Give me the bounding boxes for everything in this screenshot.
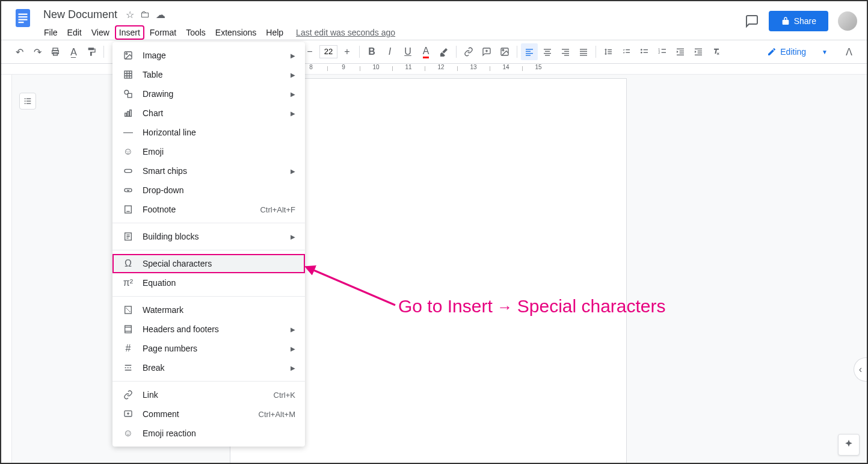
user-avatar[interactable]: [838, 11, 857, 31]
comment-history-icon[interactable]: [745, 14, 759, 28]
menu-file[interactable]: File: [40, 25, 62, 40]
star-icon[interactable]: ☆: [126, 9, 134, 20]
ruler-tick: 14: [490, 64, 522, 70]
cloud-status-icon[interactable]: ☁: [156, 9, 165, 20]
menu-item-drawing[interactable]: Drawing ▶: [112, 84, 305, 104]
svg-rect-3: [19, 19, 28, 20]
omega-icon: Ω: [122, 258, 134, 270]
svg-rect-33: [644, 49, 648, 50]
svg-rect-21: [564, 55, 569, 55]
collapse-toolbar-button[interactable]: ᐱ: [840, 43, 857, 60]
svg-rect-18: [562, 49, 569, 49]
menu-item-watermark[interactable]: Watermark: [112, 300, 305, 320]
menu-item-smart-chips[interactable]: Smart chips ▶: [112, 161, 305, 181]
font-size-increase[interactable]: +: [339, 43, 356, 60]
redo-button[interactable]: ↷: [29, 43, 46, 60]
paint-format-button[interactable]: [83, 43, 100, 60]
underline-button[interactable]: U: [399, 43, 416, 60]
italic-button[interactable]: I: [381, 43, 398, 60]
title-area: New Document ☆ 🗀 ☁ File Edit View Insert…: [40, 6, 745, 41]
font-size-value[interactable]: 22: [319, 45, 337, 58]
align-right-button[interactable]: [557, 43, 574, 60]
menu-insert[interactable]: Insert: [115, 25, 144, 40]
svg-rect-52: [26, 103, 31, 104]
clear-formatting-button[interactable]: [708, 43, 725, 60]
emoji-icon: ☺: [122, 146, 134, 158]
move-icon[interactable]: 🗀: [140, 9, 150, 20]
print-button[interactable]: [47, 43, 64, 60]
last-edit-link[interactable]: Last edit was seconds ago: [296, 28, 395, 37]
highlight-button[interactable]: [436, 43, 452, 60]
explore-button[interactable]: [838, 434, 860, 456]
editing-mode-button[interactable]: Editing ▼: [760, 44, 834, 60]
align-justify-button[interactable]: [575, 43, 592, 60]
document-outline-button[interactable]: [19, 93, 36, 110]
decrease-indent-button[interactable]: [672, 43, 689, 60]
share-button[interactable]: Share: [769, 11, 828, 31]
menu-item-comment[interactable]: Comment Ctrl+Alt+M: [112, 404, 305, 424]
menu-item-emoji[interactable]: ☺ Emoji: [112, 142, 305, 161]
svg-rect-42: [677, 55, 684, 55]
menu-item-headers-footers[interactable]: Headers and footers ▶: [112, 320, 305, 339]
line-spacing-button[interactable]: [600, 43, 617, 60]
menu-item-footnote[interactable]: Footnote Ctrl+Alt+F: [112, 200, 305, 219]
bulleted-list-button[interactable]: [636, 43, 653, 60]
menu-item-horizontal-line[interactable]: ― Horizontal line: [112, 123, 305, 142]
svg-rect-20: [562, 53, 569, 54]
menu-item-image[interactable]: Image ▶: [112, 46, 305, 65]
undo-button[interactable]: ↶: [11, 43, 28, 60]
svg-rect-59: [128, 111, 129, 116]
building-blocks-icon: [122, 230, 134, 243]
numbered-list-button[interactable]: 12: [654, 43, 671, 60]
menu-item-break[interactable]: Break ▶: [112, 358, 305, 377]
svg-rect-49: [25, 101, 26, 101]
align-left-button[interactable]: [521, 43, 538, 60]
menu-item-emoji-reaction[interactable]: ☺ Emoji reaction: [112, 424, 305, 443]
docs-logo[interactable]: [11, 6, 35, 30]
menu-item-page-numbers[interactable]: # Page numbers ▶: [112, 339, 305, 358]
vertical-ruler[interactable]: [1, 75, 12, 463]
menu-view[interactable]: View: [87, 25, 114, 40]
document-title[interactable]: New Document: [40, 7, 121, 22]
insert-image-button[interactable]: [496, 43, 513, 60]
menu-item-chart[interactable]: Chart ▶: [112, 104, 305, 123]
menu-extensions[interactable]: Extensions: [211, 25, 260, 40]
insert-link-button[interactable]: [460, 43, 477, 60]
headers-footers-icon: [122, 323, 134, 335]
align-center-button[interactable]: [539, 43, 556, 60]
docs-icon: [12, 7, 34, 29]
submenu-arrow-icon: ▶: [291, 91, 295, 97]
menu-help[interactable]: Help: [262, 25, 288, 40]
spellcheck-button[interactable]: A̲: [65, 43, 82, 60]
menu-edit[interactable]: Edit: [63, 25, 86, 40]
svg-rect-50: [26, 101, 31, 101]
share-button-label: Share: [794, 16, 816, 26]
svg-rect-28: [608, 54, 612, 54]
footnote-icon: [122, 203, 134, 215]
svg-rect-27: [608, 51, 612, 52]
menu-item-table[interactable]: Table ▶: [112, 65, 305, 84]
text-color-button[interactable]: A: [417, 43, 434, 60]
menu-tools[interactable]: Tools: [182, 25, 210, 40]
svg-rect-26: [608, 49, 612, 50]
menu-item-link[interactable]: Link Ctrl+K: [112, 385, 305, 404]
lock-icon: [781, 16, 790, 26]
bold-button[interactable]: B: [363, 43, 380, 60]
svg-rect-57: [128, 93, 132, 97]
svg-rect-44: [698, 51, 702, 51]
font-size-control[interactable]: − 22 +: [301, 43, 356, 60]
svg-rect-13: [526, 55, 531, 55]
menu-item-dropdown[interactable]: Drop-down: [112, 181, 305, 200]
add-comment-button[interactable]: [478, 43, 495, 60]
increase-indent-button[interactable]: [690, 43, 707, 60]
shortcut-label: Ctrl+Alt+M: [259, 410, 295, 419]
svg-rect-43: [695, 49, 702, 49]
menu-item-special-characters[interactable]: Ω Special characters: [112, 254, 305, 273]
menu-item-equation[interactable]: π² Equation: [112, 273, 305, 292]
checklist-button[interactable]: [618, 43, 635, 60]
menu-format[interactable]: Format: [146, 25, 180, 40]
svg-rect-2: [19, 16, 28, 17]
menu-item-building-blocks[interactable]: Building blocks ▶: [112, 227, 305, 246]
svg-rect-58: [125, 113, 127, 116]
svg-rect-48: [26, 98, 31, 99]
